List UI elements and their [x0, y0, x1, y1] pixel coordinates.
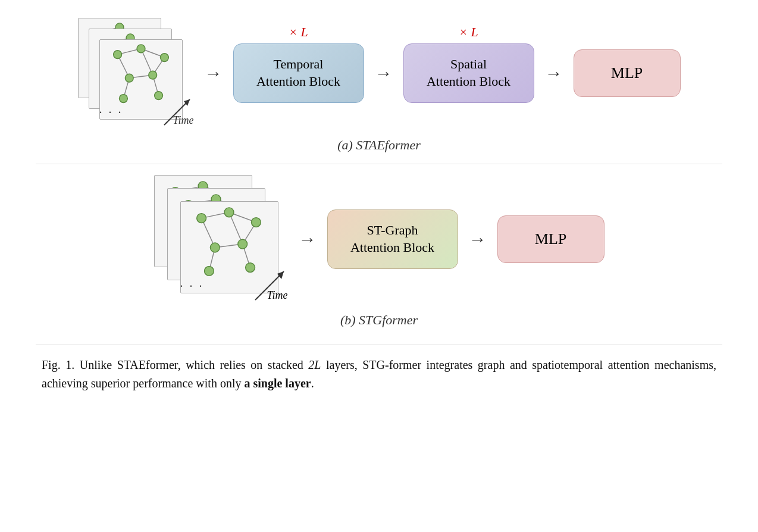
- svg-point-39: [137, 45, 145, 53]
- svg-point-86: [224, 208, 234, 217]
- spatial-attention-block: SpatialAttention Block: [403, 43, 534, 103]
- fig-caption-prefix: Fig. 1. Unlike STAEformer, which relies …: [42, 358, 308, 371]
- temporal-block-text: TemporalAttention Block: [256, 56, 340, 90]
- caption-b: (b) STGformer: [340, 312, 418, 328]
- diagram-row-a: · · · Time → × L TemporalAttention Block…: [78, 18, 681, 128]
- section-a: · · · Time → × L TemporalAttention Block…: [36, 18, 722, 153]
- main-container: · · · Time → × L TemporalAttention Block…: [0, 0, 758, 532]
- stgraph-block-wrapper: ST-GraphAttention Block: [327, 209, 458, 269]
- svg-point-38: [113, 51, 121, 59]
- mlp1-block: MLP: [574, 49, 681, 97]
- mlp2-block: MLP: [497, 215, 604, 263]
- temporal-attention-block: TemporalAttention Block: [233, 43, 364, 103]
- diagram-row-b: · · · Time → ST-GraphAttention Block →: [154, 175, 604, 303]
- svg-line-80: [229, 212, 243, 244]
- arrow-b2: →: [469, 230, 487, 248]
- fig-caption-2L: 2L: [308, 358, 321, 371]
- svg-point-85: [196, 214, 206, 223]
- dots-a: · · ·: [99, 106, 123, 120]
- svg-point-87: [251, 218, 261, 227]
- arrow-a1: →: [205, 64, 223, 82]
- mlp2-wrapper: MLP: [497, 215, 604, 263]
- figure-caption: Fig. 1. Unlike STAEformer, which relies …: [36, 345, 722, 393]
- svg-point-40: [160, 54, 168, 62]
- times-l-spatial: × L: [459, 24, 478, 40]
- graph-stack-a: · · · Time: [78, 18, 194, 128]
- svg-marker-93: [277, 271, 284, 279]
- spatial-block-wrapper: × L SpatialAttention Block: [403, 43, 534, 103]
- svg-point-89: [237, 239, 247, 249]
- svg-point-41: [125, 74, 133, 82]
- spatial-block-text: SpatialAttention Block: [427, 56, 510, 90]
- times-l-temporal: × L: [289, 24, 308, 40]
- section-b: · · · Time → ST-GraphAttention Block →: [36, 175, 722, 328]
- svg-point-88: [210, 243, 220, 252]
- stgraph-block-text: ST-GraphAttention Block: [350, 222, 434, 256]
- temporal-block-wrapper: × L TemporalAttention Block: [233, 43, 364, 103]
- arrow-b1: →: [299, 230, 317, 248]
- svg-point-90: [204, 267, 214, 276]
- fig-caption-suffix: .: [311, 377, 314, 390]
- stgraph-attention-block: ST-GraphAttention Block: [327, 209, 458, 269]
- arrow-a3: →: [545, 64, 563, 82]
- svg-point-43: [119, 95, 127, 103]
- section-divider: [36, 164, 722, 164]
- fig-caption-bold: a single layer: [244, 377, 311, 390]
- time-label-b: Time: [267, 289, 287, 302]
- mlp1-wrapper: MLP: [574, 49, 681, 97]
- caption-a: (a) STAEformer: [337, 137, 421, 153]
- graph-stack-b: · · · Time: [154, 175, 288, 303]
- svg-point-42: [148, 71, 156, 79]
- dots-b: · · ·: [180, 280, 204, 293]
- time-label-a: Time: [173, 114, 193, 127]
- arrow-a2: →: [375, 64, 393, 82]
